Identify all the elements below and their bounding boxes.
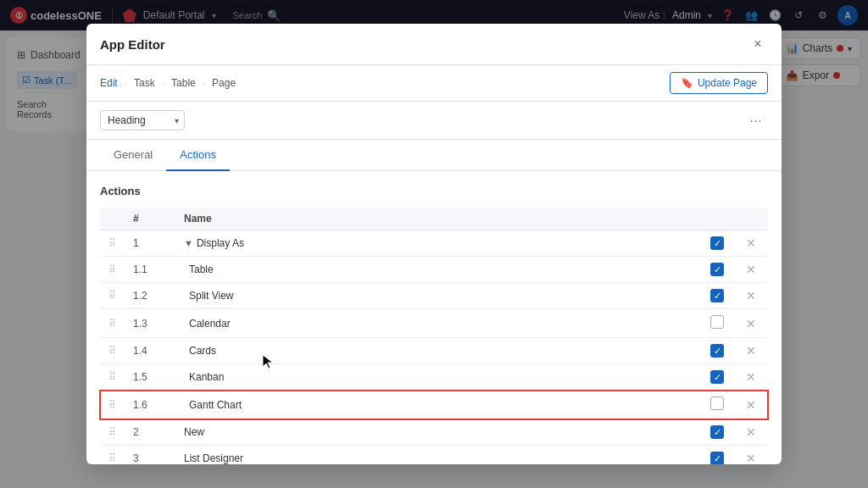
checkbox-checked[interactable] [710, 289, 724, 302]
row-delete-button[interactable]: ✕ [743, 344, 760, 358]
col-check-header [700, 208, 734, 230]
table-row: ⠿1.6Gantt Chart✕ [100, 391, 768, 419]
caret-icon: ▼ [184, 238, 193, 248]
row-delete-cell: ✕ [734, 391, 768, 419]
table-row: ⠿1.1Table✕ [100, 257, 768, 283]
checkbox-checked[interactable] [710, 236, 724, 250]
table-row: ⠿1▼Display As✕ [100, 230, 768, 257]
row-num: 1.2 [125, 283, 175, 309]
row-delete-button[interactable]: ✕ [743, 317, 760, 330]
modal-tabs: General Actions [86, 140, 782, 171]
heading-select-wrapper[interactable]: Heading [100, 110, 185, 130]
row-delete-button[interactable]: ✕ [743, 236, 760, 250]
table-row: ⠿1.3Calendar✕ [100, 309, 768, 338]
toolbar-task[interactable]: Task [134, 77, 155, 89]
drag-handle[interactable]: ⠿ [100, 391, 125, 419]
heading-select[interactable]: Heading [100, 110, 185, 130]
modal-content: Actions # Name ⠿1▼Display As✕⠿1.1Table✕⠿… [86, 171, 782, 464]
row-checkbox[interactable] [700, 257, 734, 283]
actions-section-title: Actions [100, 185, 768, 197]
update-page-button[interactable]: 🔖 Update Page [670, 72, 768, 94]
checkbox-checked[interactable] [710, 263, 724, 276]
drag-handle[interactable]: ⠿ [100, 364, 125, 391]
drag-handle[interactable]: ⠿ [100, 230, 125, 257]
row-name: Kanban [175, 364, 700, 391]
app-editor-modal: App Editor × Edit · Task · Table · Page … [86, 24, 782, 464]
heading-row: Heading ··· [86, 102, 782, 140]
col-drag [100, 208, 125, 230]
row-num: 1.3 [125, 309, 175, 338]
row-name: Split View [175, 283, 700, 309]
update-page-icon: 🔖 [681, 77, 693, 89]
actions-table-body: ⠿1▼Display As✕⠿1.1Table✕⠿1.2Split View✕⠿… [100, 230, 768, 465]
row-checkbox[interactable] [700, 338, 734, 364]
table-row: ⠿3List Designer✕ [100, 446, 768, 465]
drag-handle[interactable]: ⠿ [100, 257, 125, 283]
row-name: ▼Display As [175, 230, 700, 257]
row-checkbox[interactable] [700, 364, 734, 391]
col-action-header [734, 208, 768, 230]
row-delete-cell: ✕ [734, 364, 768, 391]
row-num: 3 [125, 446, 175, 465]
row-checkbox[interactable] [700, 309, 734, 338]
tab-actions[interactable]: Actions [166, 140, 230, 171]
toolbar-breadcrumb: Edit · Task · Table · Page [100, 77, 236, 89]
row-delete-cell: ✕ [734, 309, 768, 338]
checkbox-checked[interactable] [710, 344, 724, 358]
tab-general[interactable]: General [100, 140, 166, 171]
row-delete-cell: ✕ [734, 257, 768, 283]
checkbox-checked[interactable] [710, 452, 724, 464]
table-row: ⠿1.5Kanban✕ [100, 364, 768, 391]
drag-handle[interactable]: ⠿ [100, 283, 125, 309]
row-num: 1 [125, 230, 175, 257]
row-delete-button[interactable]: ✕ [743, 263, 760, 276]
toolbar-right: 🔖 Update Page [670, 72, 768, 94]
actions-table: # Name ⠿1▼Display As✕⠿1.1Table✕⠿1.2Split… [100, 208, 768, 464]
drag-handle[interactable]: ⠿ [100, 309, 125, 338]
row-name: Calendar [175, 309, 700, 338]
row-delete-button[interactable]: ✕ [743, 370, 760, 384]
toolbar-table[interactable]: Table [171, 77, 196, 89]
row-checkbox[interactable] [700, 446, 734, 465]
row-name: Gantt Chart [175, 391, 700, 419]
row-delete-cell: ✕ [734, 446, 768, 465]
checkbox-unchecked[interactable] [710, 396, 724, 410]
row-delete-button[interactable]: ✕ [743, 452, 760, 464]
toolbar-page[interactable]: Page [212, 77, 236, 89]
row-delete-cell: ✕ [734, 283, 768, 309]
row-delete-button[interactable]: ✕ [743, 289, 760, 302]
row-checkbox[interactable] [700, 230, 734, 257]
toolbar-edit[interactable]: Edit [100, 77, 118, 89]
row-num: 2 [125, 419, 175, 446]
modal-toolbar: Edit · Task · Table · Page 🔖 Update Page [86, 65, 782, 102]
row-delete-cell: ✕ [734, 338, 768, 364]
modal-header: App Editor × [86, 24, 782, 65]
checkbox-checked[interactable] [710, 425, 724, 439]
modal-close-button[interactable]: × [748, 34, 768, 54]
col-name-header: Name [175, 208, 700, 230]
drag-handle[interactable]: ⠿ [100, 419, 125, 446]
row-delete-cell: ✕ [734, 230, 768, 257]
row-num: 1.1 [125, 257, 175, 283]
drag-handle[interactable]: ⠿ [100, 446, 125, 465]
modal-title: App Editor [100, 37, 165, 52]
more-options-button[interactable]: ··· [744, 108, 768, 132]
row-name: Cards [175, 338, 700, 364]
row-num: 1.5 [125, 364, 175, 391]
row-name: List Designer [175, 446, 700, 465]
row-delete-button[interactable]: ✕ [743, 425, 760, 439]
row-num: 1.6 [125, 391, 175, 419]
row-checkbox[interactable] [700, 283, 734, 309]
row-delete-cell: ✕ [734, 419, 768, 446]
row-name: New [175, 419, 700, 446]
drag-handle[interactable]: ⠿ [100, 338, 125, 364]
table-row: ⠿1.4Cards✕ [100, 338, 768, 364]
checkbox-checked[interactable] [710, 370, 724, 384]
row-delete-button[interactable]: ✕ [743, 398, 760, 412]
col-num-header: # [125, 208, 175, 230]
modal-overlay: App Editor × Edit · Task · Table · Page … [0, 0, 868, 488]
checkbox-unchecked[interactable] [710, 315, 724, 329]
table-row: ⠿2New✕ [100, 419, 768, 446]
row-checkbox[interactable] [700, 419, 734, 446]
row-checkbox[interactable] [700, 391, 734, 419]
